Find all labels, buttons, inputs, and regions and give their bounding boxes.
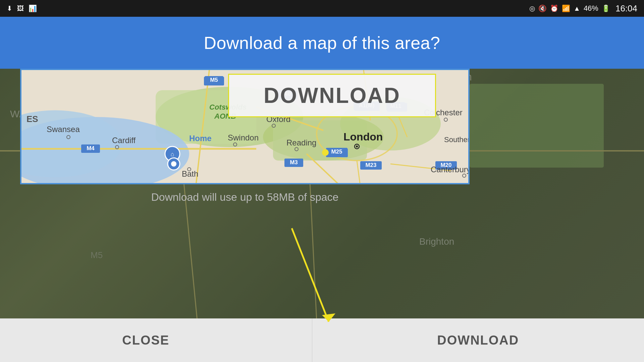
svg-text:⌂: ⌂	[171, 151, 174, 158]
battery-icon: 🔋	[602, 4, 610, 12]
svg-text:Home: Home	[189, 134, 212, 143]
status-bar: ⬇ 🖼 📊 ◎ 🔇 ⏰ 📶 ▲ 46% 🔋 16:04	[0, 0, 644, 17]
download-icon: ⬇	[7, 4, 12, 12]
status-time: 16:04	[615, 3, 637, 14]
info-text-container: Download will use up to 58MB of space	[20, 191, 470, 203]
svg-text:M3: M3	[290, 159, 298, 166]
svg-text:Brighton: Brighton	[419, 236, 454, 247]
svg-text:M4: M4	[87, 145, 95, 152]
svg-text:M5: M5	[210, 77, 218, 83]
close-button[interactable]: CLOSE	[0, 318, 312, 362]
svg-text:M25: M25	[331, 148, 342, 155]
svg-text:Southend-: Southend-	[444, 135, 470, 144]
alarm-icon: ⏰	[550, 4, 558, 12]
download-highlight-label: DOWNLOAD	[264, 83, 400, 108]
svg-point-73	[356, 145, 358, 147]
wifi-icon: 📶	[562, 4, 570, 12]
yellow-indicator-dot	[322, 149, 329, 156]
battery-percentage: 46%	[584, 4, 598, 13]
info-text: Download will use up to 58MB of space	[151, 191, 339, 203]
svg-text:London: London	[343, 131, 383, 143]
svg-text:Canterbury: Canterbury	[431, 165, 470, 174]
download-highlight-box: DOWNLOAD	[228, 74, 436, 117]
status-bar-right: ◎ 🔇 ⏰ 📶 ▲ 46% 🔋 16:04	[529, 3, 637, 14]
signal-icon: ▲	[574, 5, 580, 12]
download-button[interactable]: DOWNLOAD	[312, 318, 644, 362]
svg-text:Cardiff: Cardiff	[112, 136, 136, 145]
mute-icon: 🔇	[538, 4, 547, 12]
svg-text:ES: ES	[26, 114, 38, 124]
svg-text:Reading: Reading	[286, 138, 316, 147]
status-bar-left: ⬇ 🖼 📊	[7, 4, 37, 12]
svg-text:M23: M23	[365, 162, 376, 168]
svg-point-86	[171, 161, 176, 167]
location-icon: ◎	[529, 4, 535, 12]
svg-text:Swindon: Swindon	[228, 133, 259, 142]
svg-text:M5: M5	[91, 250, 103, 260]
image-icon: 🖼	[17, 5, 24, 12]
page-header: Download a map of this area?	[0, 17, 644, 69]
page-title: Download a map of this area?	[204, 33, 440, 53]
chart-icon: 📊	[29, 4, 37, 12]
svg-text:Swansea: Swansea	[47, 125, 80, 134]
svg-rect-2	[470, 84, 604, 168]
bottom-button-bar: CLOSE DOWNLOAD	[0, 318, 644, 362]
